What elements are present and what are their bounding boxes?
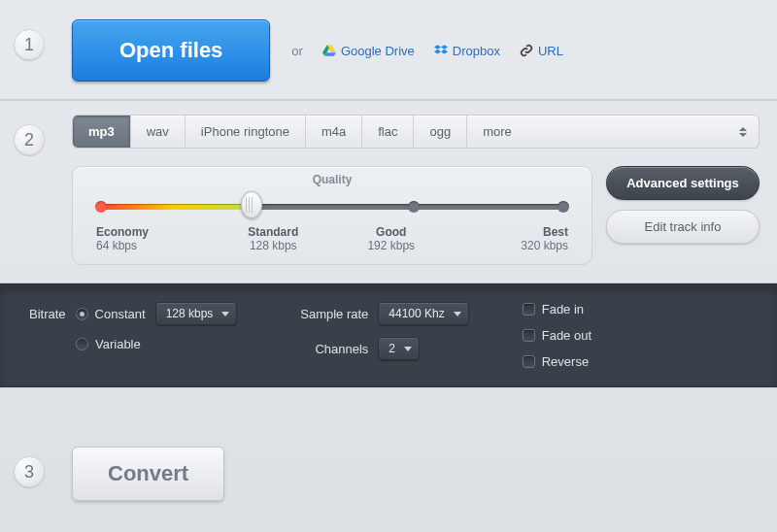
- quality-label-good: Good192 kbps: [332, 225, 451, 252]
- reverse-label: Reverse: [542, 354, 589, 369]
- samplerate-label: Sample rate: [290, 307, 368, 321]
- fx-column: Fade in Fade out Reverse: [523, 302, 601, 369]
- slider-knob[interactable]: [241, 191, 262, 218]
- quality-labels: Economy64 kbps Standard128 kbps Good192 …: [96, 225, 568, 252]
- advanced-settings-button[interactable]: Advanced settings: [606, 166, 760, 200]
- bitrate-constant-label: Constant: [95, 307, 146, 321]
- fadein-checkbox[interactable]: [523, 303, 535, 316]
- format-tab-flac[interactable]: flac: [362, 116, 414, 148]
- slider-tick-economy: [95, 201, 107, 213]
- google-drive-label: Google Drive: [341, 44, 415, 58]
- advanced-panel: Bitrate Constant 128 kbps Variable Sampl…: [0, 283, 777, 387]
- bitrate-variable-radio[interactable]: [76, 338, 88, 350]
- svg-marker-5: [434, 50, 441, 54]
- slider-tick-good: [408, 201, 420, 213]
- svg-marker-3: [434, 45, 441, 50]
- step-badge-2: 2: [14, 124, 45, 155]
- format-tab-ringtone[interactable]: iPhone ringtone: [186, 116, 306, 148]
- format-tabs: mp3 wav iPhone ringtone m4a flac ogg mor…: [72, 115, 760, 149]
- slider-fill: [96, 204, 252, 210]
- quality-label-economy: Economy64 kbps: [96, 225, 215, 252]
- url-label: URL: [538, 44, 563, 58]
- quality-slider[interactable]: [96, 198, 568, 216]
- svg-marker-2: [324, 52, 336, 56]
- dropbox-icon: [434, 45, 448, 56]
- quality-label-best: Best320 kbps: [451, 225, 569, 252]
- fadeout-label: Fade out: [542, 328, 591, 343]
- or-label: or: [291, 44, 303, 58]
- step-badge-1: 1: [14, 29, 45, 60]
- step-3-section: 3 Convert: [0, 387, 777, 520]
- bitrate-column: Bitrate Constant 128 kbps Variable: [29, 302, 237, 369]
- channels-label: Channels: [290, 342, 368, 356]
- step-1-section: 1 Open files or Google Drive Dropbox URL: [0, 0, 777, 100]
- bitrate-dropdown[interactable]: 128 kbps: [155, 302, 238, 325]
- quality-panel: Quality Economy64 kbps Standard128 kbps …: [72, 166, 592, 265]
- url-link[interactable]: URL: [520, 44, 563, 58]
- google-drive-icon: [322, 44, 336, 57]
- sort-icon: [737, 127, 749, 137]
- format-tab-ogg[interactable]: ogg: [414, 116, 467, 148]
- slider-tick-best: [557, 201, 569, 213]
- format-tab-mp3[interactable]: mp3: [73, 116, 131, 148]
- format-tab-m4a[interactable]: m4a: [306, 116, 362, 148]
- dropbox-link[interactable]: Dropbox: [434, 44, 500, 58]
- format-tab-wav[interactable]: wav: [131, 116, 186, 148]
- dropbox-label: Dropbox: [453, 44, 500, 58]
- step-badge-3: 3: [14, 456, 45, 487]
- alt-sources: or Google Drive Dropbox URL: [291, 44, 573, 58]
- reverse-checkbox[interactable]: [523, 355, 535, 368]
- format-tab-more[interactable]: more: [467, 116, 759, 148]
- bitrate-constant-radio[interactable]: [76, 308, 88, 320]
- convert-button[interactable]: Convert: [72, 447, 224, 501]
- bitrate-label: Bitrate: [29, 307, 66, 321]
- open-files-button[interactable]: Open files: [72, 19, 270, 82]
- bitrate-variable-label: Variable: [95, 337, 141, 351]
- format-more-label: more: [483, 124, 512, 139]
- svg-marker-4: [441, 45, 448, 50]
- svg-marker-6: [441, 50, 448, 54]
- fadein-label: Fade in: [542, 302, 584, 316]
- fadeout-checkbox[interactable]: [523, 329, 535, 342]
- google-drive-link[interactable]: Google Drive: [322, 44, 415, 58]
- samplerate-dropdown[interactable]: 44100 Khz: [378, 302, 468, 325]
- step-2-section: 2 mp3 wav iPhone ringtone m4a flac ogg m…: [0, 100, 777, 283]
- sample-column: Sample rate 44100 Khz Channels 2: [290, 302, 468, 369]
- link-icon: [520, 44, 533, 57]
- quality-title: Quality: [96, 173, 568, 186]
- channels-dropdown[interactable]: 2: [378, 337, 420, 360]
- quality-label-standard: Standard128 kbps: [215, 225, 333, 252]
- edit-track-info-button[interactable]: Edit track info: [606, 210, 760, 244]
